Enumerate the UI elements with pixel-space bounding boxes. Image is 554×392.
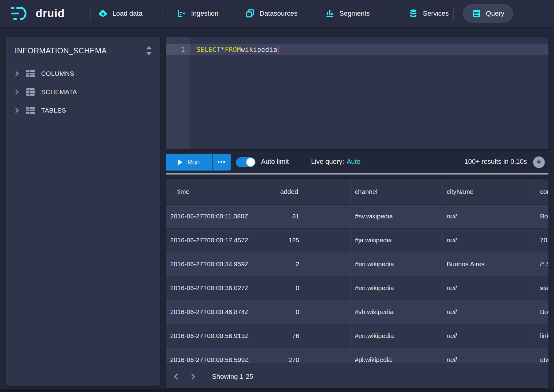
table-cell[interactable]: 70. (536, 228, 548, 252)
showing-label: Showing 1-25 (212, 373, 253, 381)
table-cell[interactable]: null (442, 276, 536, 300)
download-icon (536, 159, 542, 166)
live-query-label: Live query: (311, 158, 344, 165)
sidebar-item-columns[interactable]: COLUMNS (6, 64, 160, 83)
table-cell[interactable]: #sh.wikipedia (350, 300, 442, 324)
logo-text: druid (36, 7, 65, 20)
table-cell[interactable]: #en.wikipedia (350, 276, 442, 300)
table-cell[interactable]: #ja.wikipedia (350, 228, 442, 252)
table-cell[interactable]: 2016-06-27T00:00:46.874Z (166, 300, 276, 324)
text-cursor (278, 46, 279, 54)
ingestion-icon (177, 9, 186, 18)
bottom-edge (0, 389, 554, 392)
schema-sidebar: INFORMATION_SCHEMA COLUMNSSCHEMATATABLES (6, 37, 160, 386)
live-query-value[interactable]: Auto (347, 158, 361, 165)
auto-limit-label: Auto limit (261, 158, 289, 166)
table-cell[interactable]: null (442, 300, 536, 324)
table-cell[interactable]: 2 (276, 252, 350, 276)
sql-token: FROM (225, 46, 241, 53)
cloud-upload-icon (98, 9, 108, 18)
table-cell[interactable]: #en.wikipedia (350, 324, 442, 348)
table-row: 2016-06-27T00:00:34.959Z2#en.wikipediaBu… (166, 252, 548, 276)
nav-item-query[interactable]: Query (463, 4, 513, 23)
previous-page-button[interactable] (170, 370, 182, 383)
run-button[interactable]: Run (166, 154, 212, 171)
nav-separator (162, 7, 162, 20)
results-summary: 100+ results in 0.10s (464, 158, 527, 166)
ellipsis-icon: ••• (217, 159, 226, 166)
chevron-right-icon[interactable] (14, 89, 20, 95)
schema-title: INFORMATION_SCHEMA (15, 46, 107, 55)
table-cell[interactable]: sta (536, 276, 548, 300)
table-icon (26, 70, 35, 78)
table-cell[interactable]: Bot (536, 204, 548, 228)
table-row: 2016-06-27T00:00:56.913Z76#en.wikipedian… (166, 324, 548, 348)
chevron-right-icon[interactable] (14, 108, 20, 113)
sidebar-item-schemata[interactable]: SCHEMATA (6, 83, 160, 101)
nav-item-segments[interactable]: Segments (325, 0, 370, 27)
double-caret-icon[interactable] (145, 45, 153, 56)
column-header-time[interactable]: __time (166, 179, 276, 204)
table-cell[interactable]: 2016-06-27T00:00:17.457Z (166, 228, 276, 252)
table-cell[interactable]: 0 (276, 276, 350, 300)
table-cell[interactable]: 31 (276, 204, 350, 228)
nav-item-label: Ingestion (191, 10, 218, 17)
nav-item-label: Query (486, 10, 504, 17)
nav-separator (453, 7, 454, 20)
nav-separator (90, 7, 91, 20)
druid-logo[interactable]: druid (10, 0, 65, 27)
table-cell[interactable]: null (442, 204, 536, 228)
download-button[interactable] (533, 156, 545, 168)
sidebar-item-label: TABLES (41, 107, 66, 114)
sidebar-item-tables[interactable]: TABLES (6, 101, 160, 120)
results-table: __timeaddedchannelcityNamecomment 2016-0… (166, 179, 548, 372)
auto-limit-toggle[interactable] (236, 157, 256, 167)
toggle-knob (246, 158, 255, 167)
table-cell[interactable]: Buenos Aires (442, 252, 536, 276)
table-cell[interactable]: Bot (536, 300, 548, 324)
play-icon (178, 159, 182, 165)
query-toolbar: Run ••• Auto limit Live query:Auto 100+ … (166, 153, 548, 171)
nav-item-datasources[interactable]: Datasources (245, 0, 298, 27)
sidebar-item-label: COLUMNS (41, 70, 74, 77)
column-header-added[interactable]: added (276, 179, 350, 204)
datasources-icon (245, 9, 255, 18)
column-header-cityName[interactable]: cityName (442, 179, 536, 204)
live-query: Live query:Auto (311, 158, 361, 166)
nav-item-load-data[interactable]: Load data (98, 0, 142, 27)
top-navbar: druid Load dataIngestionDatasourcesSegme… (0, 0, 554, 27)
table-cell[interactable]: 0 (276, 300, 350, 324)
sql-token: * (221, 46, 225, 53)
nav-item-label: Services (423, 10, 449, 17)
table-cell[interactable]: 2016-06-27T00:00:34.959Z (166, 252, 276, 276)
table-cell[interactable]: #sv.wikipedia (350, 204, 442, 228)
table-header-row: __timeaddedchannelcityNamecomment (166, 179, 548, 204)
table-cell[interactable]: null (442, 324, 536, 348)
schema-tree: COLUMNSSCHEMATATABLES (6, 64, 160, 120)
line-number: 1 (166, 44, 190, 55)
table-cell[interactable]: #en.wikipedia (350, 252, 442, 276)
table-cell[interactable]: 2016-06-27T00:00:36.027Z (166, 276, 276, 300)
chevron-right-icon (189, 373, 196, 380)
query-icon (472, 9, 482, 18)
table-icon (26, 106, 35, 114)
column-header-channel[interactable]: channel (350, 179, 442, 204)
table-cell[interactable]: 2016-06-27T00:00:11.080Z (166, 204, 276, 228)
results-panel: __timeaddedchannelcityNamecomment 2016-0… (166, 179, 548, 388)
chevron-right-icon[interactable] (14, 71, 20, 76)
table-cell[interactable]: link (536, 324, 548, 348)
column-header-comment[interactable]: comment (536, 179, 548, 204)
run-more-button[interactable]: ••• (213, 154, 231, 171)
panel-resize-handle[interactable] (166, 173, 548, 175)
nav-item-ingestion[interactable]: Ingestion (177, 0, 218, 27)
query-editor[interactable]: 1 SELECT * FROM wikipedia (166, 37, 548, 149)
nav-item-services[interactable]: Services (408, 0, 449, 27)
table-cell[interactable]: /* S (536, 252, 548, 276)
table-cell[interactable]: null (442, 228, 536, 252)
next-page-button[interactable] (187, 370, 199, 383)
pagination-bar: Showing 1-25 (166, 365, 548, 388)
table-cell[interactable]: 76 (276, 324, 350, 348)
table-cell[interactable]: 125 (276, 228, 350, 252)
sql-text[interactable]: SELECT * FROM wikipedia (197, 44, 279, 55)
table-cell[interactable]: 2016-06-27T00:00:56.913Z (166, 324, 276, 348)
